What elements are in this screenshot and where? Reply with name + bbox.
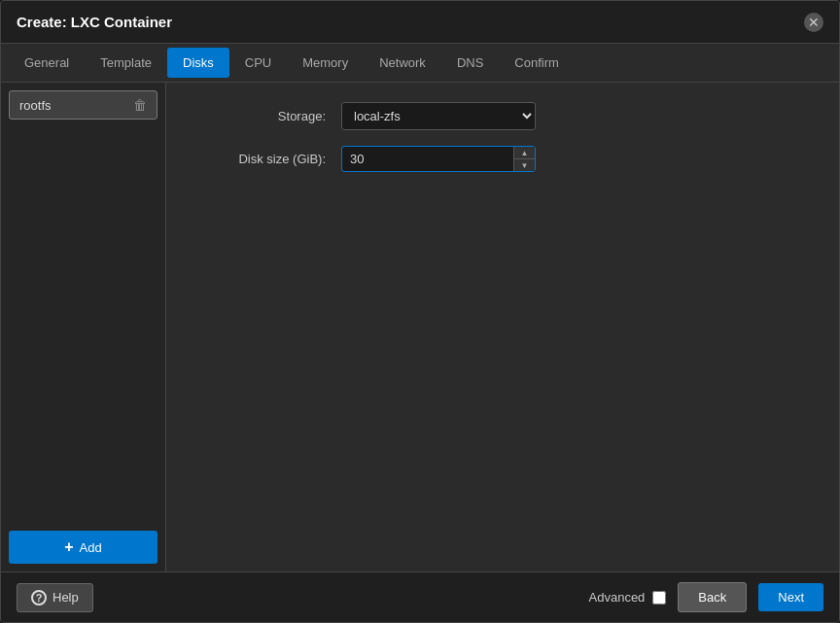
tab-disks[interactable]: Disks — [167, 48, 229, 78]
title-bar: Create: LXC Container ✕ — [1, 1, 839, 44]
create-lxc-dialog: Create: LXC Container ✕ General Template… — [0, 0, 840, 623]
tab-cpu[interactable]: CPU — [229, 48, 287, 78]
sidebar-item-label: rootfs — [19, 98, 52, 113]
help-icon: ? — [31, 590, 47, 606]
close-button[interactable]: ✕ — [804, 13, 823, 32]
tab-general[interactable]: General — [9, 48, 85, 78]
disk-sidebar: rootfs 🗑 + Add — [1, 83, 166, 571]
dialog-title: Create: LXC Container — [17, 14, 172, 30]
next-button[interactable]: Next — [758, 583, 823, 611]
storage-select[interactable]: local-zfs local local-lvm — [341, 102, 536, 130]
tab-dns[interactable]: DNS — [441, 48, 499, 78]
disk-form: Storage: local-zfs local local-lvm Disk … — [166, 83, 839, 571]
advanced-checkbox[interactable] — [652, 591, 666, 605]
help-label: Help — [52, 590, 79, 605]
storage-row: Storage: local-zfs local local-lvm — [190, 102, 816, 130]
spinner-down-button[interactable]: ▼ — [514, 159, 535, 171]
plus-icon: + — [64, 538, 73, 556]
add-label: Add — [80, 540, 102, 555]
footer: ? Help Advanced Back Next — [1, 571, 839, 622]
footer-right: Advanced Back Next — [589, 582, 823, 612]
sidebar-item-rootfs[interactable]: rootfs 🗑 — [9, 90, 158, 120]
spinner-arrows: ▲ ▼ — [513, 147, 535, 171]
disk-size-wrap: ▲ ▼ — [341, 146, 536, 172]
disk-size-row: Disk size (GiB): ▲ ▼ — [190, 146, 816, 172]
footer-left: ? Help — [17, 583, 93, 612]
tab-bar: General Template Disks CPU Memory Networ… — [1, 44, 839, 83]
content-area: rootfs 🗑 + Add Storage: local-zfs local … — [1, 83, 839, 571]
tab-confirm[interactable]: Confirm — [499, 48, 575, 78]
delete-rootfs-icon[interactable]: 🗑 — [133, 97, 147, 113]
storage-select-wrap: local-zfs local local-lvm — [341, 102, 536, 130]
spinner-up-button[interactable]: ▲ — [514, 147, 535, 159]
tab-memory[interactable]: Memory — [287, 48, 364, 78]
advanced-label: Advanced — [589, 590, 646, 605]
tab-network[interactable]: Network — [364, 48, 441, 78]
add-disk-button[interactable]: + Add — [9, 531, 158, 564]
help-button[interactable]: ? Help — [17, 583, 93, 612]
disk-size-input[interactable] — [341, 146, 536, 172]
disk-size-label: Disk size (GiB): — [190, 152, 326, 166]
tab-template[interactable]: Template — [85, 48, 167, 78]
advanced-wrap: Advanced — [589, 590, 667, 605]
back-button[interactable]: Back — [678, 582, 747, 612]
storage-label: Storage: — [190, 109, 326, 123]
